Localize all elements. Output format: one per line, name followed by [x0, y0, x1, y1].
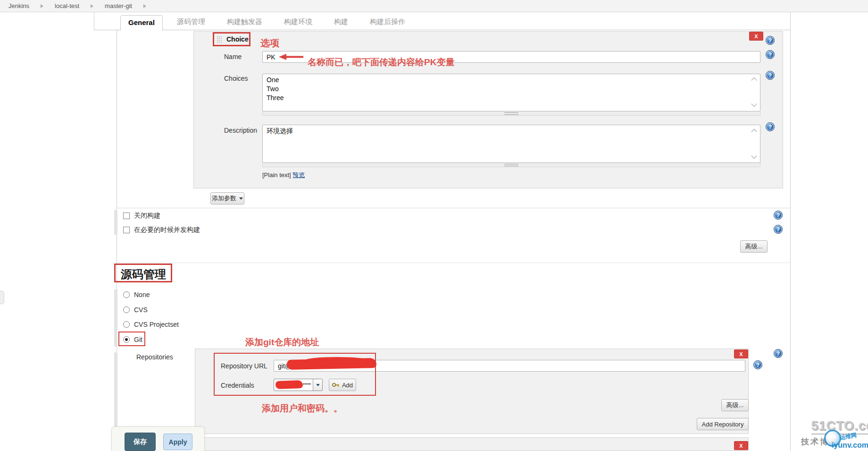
scm-cvs-projectset-radio[interactable] [123, 321, 130, 328]
config-tabs: General 源码管理 构建触发器 构建环境 构建 构建后操作 [120, 15, 413, 30]
help-icon[interactable] [774, 225, 783, 234]
tab-scm[interactable]: 源码管理 [169, 15, 213, 30]
help-icon[interactable] [766, 50, 775, 59]
repositories-label: Repositories [136, 353, 173, 361]
annotation-text-name: 名称而已，吧下面传递内容给PK变量 [308, 56, 454, 68]
name-label: Name [224, 53, 242, 60]
concurrent-build-checkbox[interactable] [123, 227, 130, 233]
breadcrumb-item-local-test[interactable]: local-test [55, 2, 79, 9]
advanced-button-label: 高级... [745, 242, 763, 251]
annotation-arrow-icon [278, 53, 304, 60]
row-group-bar [114, 210, 117, 235]
help-icon[interactable] [774, 211, 783, 220]
content-right-border [790, 12, 791, 451]
annotation-box-scm-heading [114, 264, 172, 282]
breadcrumb-separator-icon [143, 4, 146, 8]
advanced-button-repo[interactable]: 高级... [721, 399, 749, 411]
scm-cvs-projectset-label: CVS Projectset [134, 321, 179, 328]
resize-grip-icon [504, 164, 518, 166]
branches-panel [195, 437, 749, 451]
add-repository-label: Add Repository [702, 421, 744, 428]
jenkins-config-page: Jenkins local-test master-git General 源码… [0, 0, 868, 451]
breadcrumb-item-master-git[interactable]: master-git [105, 2, 132, 9]
section-divider [117, 208, 790, 208]
format-hint: [Plain text] [262, 171, 291, 179]
row-group-bar [114, 289, 117, 347]
add-parameter-button[interactable]: 添加参数 [210, 192, 244, 204]
scm-none-radio[interactable] [123, 291, 130, 298]
annotation-text-credentials: 添加用户和密码。。 [262, 402, 342, 415]
tab-post-build[interactable]: 构建后操作 [362, 15, 413, 30]
description-textarea[interactable]: 环境选择 [262, 125, 760, 163]
tab-build-triggers[interactable]: 构建触发器 [219, 15, 270, 30]
tab-general[interactable]: General [120, 15, 163, 31]
help-icon[interactable] [766, 122, 775, 131]
breadcrumb: Jenkins local-test master-git [0, 0, 868, 12]
row-group-bar [114, 352, 117, 433]
breadcrumb-separator-icon [91, 4, 93, 8]
resize-grip-icon [504, 112, 518, 115]
checkbox-row-concurrent-build: 在必要的时候并发构建 [123, 226, 200, 234]
help-icon[interactable] [753, 360, 762, 369]
sidebar-collapse-handle[interactable] [0, 291, 4, 304]
breadcrumb-separator-icon [41, 4, 43, 8]
tab-build[interactable]: 构建 [326, 15, 356, 30]
annotation-box-git [118, 332, 145, 346]
preview-link[interactable]: 预览 [292, 171, 305, 179]
scm-cvs-radio[interactable] [123, 306, 130, 313]
concurrent-build-label: 在必要的时候并发构建 [134, 226, 200, 234]
disable-build-checkbox[interactable] [123, 213, 130, 219]
scm-section-divider [117, 263, 790, 263]
description-format-row: [Plain text] 预览 [262, 171, 305, 179]
radio-row-cvs-projectset: CVS Projectset [123, 321, 179, 328]
delete-repository-button[interactable]: X [734, 349, 748, 358]
watermark-domain: iyunv.com [832, 441, 868, 450]
divider [94, 12, 94, 30]
help-icon[interactable] [766, 71, 775, 80]
checkbox-row-disable-build: 关闭构建 [123, 212, 160, 220]
caret-down-icon [239, 197, 243, 200]
add-parameter-label: 添加参数 [212, 194, 236, 203]
apply-button[interactable]: Apply [163, 434, 192, 450]
advanced-button-top[interactable]: 高级... [740, 240, 768, 253]
disable-build-label: 关闭构建 [134, 212, 160, 220]
choices-label: Choices [224, 75, 248, 82]
add-repository-button[interactable]: Add Repository [697, 418, 749, 430]
radio-row-cvs: CVS [123, 306, 148, 314]
tab-build-environment[interactable]: 构建环境 [276, 15, 320, 30]
help-icon[interactable] [774, 349, 783, 358]
description-label: Description [224, 127, 257, 134]
annotation-box-repository [214, 353, 376, 396]
watermark-site: 51CTO.com [811, 419, 868, 434]
resize-handle[interactable] [262, 111, 760, 116]
advanced-button-label: 高级... [726, 401, 744, 409]
annotation-text-git-url: 添加git仓库的地址 [245, 336, 319, 349]
scm-cvs-label: CVS [134, 306, 148, 314]
save-button[interactable]: 保存 [125, 433, 156, 451]
scm-none-label: None [134, 291, 150, 298]
resize-handle[interactable] [262, 163, 760, 167]
delete-parameter-button[interactable]: X [749, 32, 763, 41]
help-icon[interactable] [766, 36, 775, 45]
breadcrumb-item-jenkins[interactable]: Jenkins [8, 2, 29, 9]
annotation-box-choice [213, 32, 250, 46]
annotation-text-choice: 选项 [260, 37, 279, 50]
delete-branch-button[interactable]: X [734, 441, 748, 450]
radio-row-none: None [123, 291, 150, 298]
choices-textarea[interactable]: One Two Three [262, 74, 760, 111]
